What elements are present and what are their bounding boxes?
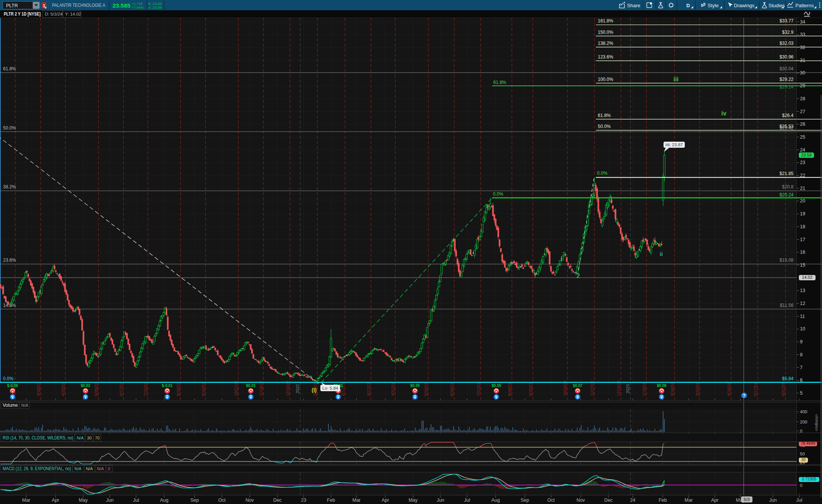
- svg-text:28: 28: [800, 96, 805, 101]
- svg-text:Oct: Oct: [547, 498, 555, 503]
- svg-text:Aug: Aug: [160, 498, 168, 503]
- svg-text:Dec: Dec: [273, 498, 282, 503]
- svg-text:Hi: 23.87: Hi: 23.87: [665, 142, 683, 147]
- svg-text:24: 24: [630, 498, 635, 503]
- svg-text:30: 30: [800, 70, 805, 76]
- svg-text:33: 33: [800, 32, 805, 37]
- svg-text:61.8%: 61.8%: [493, 80, 506, 85]
- svg-text:23.6%: 23.6%: [3, 258, 16, 263]
- svg-text:Aug: Aug: [491, 498, 500, 503]
- svg-text:100.0%: 100.0%: [598, 77, 613, 82]
- svg-text:D: D: [686, 3, 690, 8]
- svg-text:$11.56: $11.56: [780, 303, 793, 308]
- svg-text:6: 6: [800, 378, 803, 383]
- svg-text:1/19/24: 1/19/24: [642, 383, 646, 396]
- svg-text:$29.22: $29.22: [779, 77, 793, 82]
- svg-text:7: 7: [800, 365, 803, 370]
- svg-text:Lo: 5.84: Lo: 5.84: [322, 386, 338, 390]
- svg-text:150.0%: 150.0%: [598, 30, 613, 35]
- svg-text:May: May: [79, 498, 88, 503]
- svg-text:31: 31: [800, 58, 805, 63]
- svg-text:9/16/22: 9/16/22: [201, 383, 206, 396]
- svg-text:10: 10: [800, 326, 805, 332]
- svg-text:Apr: Apr: [711, 498, 718, 503]
- svg-text:16: 16: [800, 250, 805, 255]
- svg-text:Y: 14.02: Y: 14.02: [65, 12, 81, 16]
- svg-text:6/21/24: 6/21/24: [781, 383, 786, 396]
- svg-text:PALANTIR TECHNOLOGIE A: PALANTIR TECHNOLOGIE A: [52, 3, 105, 8]
- svg-text:123.6%: 123.6%: [598, 54, 613, 60]
- svg-text:26: 26: [800, 122, 805, 127]
- svg-text:Volume: Volume: [3, 403, 18, 408]
- svg-text:9/15/23: 9/15/23: [528, 383, 533, 396]
- svg-text:12/16/22: 12/16/22: [285, 381, 290, 396]
- svg-text:34: 34: [800, 19, 805, 25]
- svg-text:0.0%: 0.0%: [597, 171, 608, 176]
- svg-text:PLTR 2 Y 1D [NYSE]: PLTR 2 Y 1D [NYSE]: [4, 11, 41, 17]
- svg-text:10/20/23: 10/20/23: [563, 381, 567, 396]
- svg-text:12/15/23: 12/15/23: [616, 381, 621, 396]
- svg-text:8/19/22: 8/19/22: [176, 383, 181, 396]
- svg-text:$20.8: $20.8: [782, 184, 793, 190]
- svg-text:Sep: Sep: [190, 498, 199, 503]
- svg-text:17: 17: [800, 237, 805, 242]
- svg-text:$30.04: $30.04: [779, 66, 793, 71]
- svg-text:0.0%: 0.0%: [493, 191, 504, 197]
- svg-text:6/17/22: 6/17/22: [119, 383, 124, 396]
- svg-text:11/17/23: 11/17/23: [590, 381, 594, 396]
- svg-text:200: 200: [800, 420, 807, 424]
- svg-text:N/A: N/A: [74, 466, 82, 471]
- svg-text:N/A: N/A: [86, 466, 93, 471]
- svg-text:$-0.08: $-0.08: [7, 384, 18, 388]
- svg-text:$20.24: $20.24: [779, 192, 793, 197]
- svg-text:?: ?: [743, 393, 745, 398]
- svg-text:23: 23: [800, 160, 805, 165]
- svg-text:May: May: [409, 498, 418, 503]
- svg-text:$0.07: $0.07: [573, 384, 582, 388]
- svg-text:38.2%: 38.2%: [3, 184, 16, 190]
- svg-text:15: 15: [800, 262, 805, 268]
- svg-text:3/17/23: 3/17/23: [366, 383, 371, 396]
- svg-text:13: 13: [800, 288, 805, 293]
- svg-text:Jun: Jun: [769, 498, 777, 503]
- svg-text:Jul: Jul: [464, 498, 470, 503]
- svg-text:19: 19: [800, 211, 805, 216]
- svg-text:PLTR: PLTR: [6, 3, 18, 8]
- svg-text:Mar: Mar: [684, 498, 693, 503]
- svg-text:20: 20: [800, 198, 805, 204]
- svg-text:$30.96: $30.96: [779, 54, 793, 60]
- svg-text:18: 18: [800, 224, 805, 229]
- svg-text:12: 12: [800, 301, 805, 306]
- svg-text:$25.53: $25.53: [779, 124, 793, 129]
- svg-text:161.8%: 161.8%: [598, 18, 613, 24]
- svg-text:27: 27: [800, 109, 805, 114]
- svg-text:5/3: 5/3: [744, 497, 750, 502]
- svg-text:A: 23.59: A: 23.59: [148, 5, 162, 9]
- svg-text:25: 25: [800, 134, 805, 140]
- svg-text:iv: iv: [721, 110, 726, 117]
- svg-text:1: 1: [43, 3, 45, 8]
- svg-text:9: 9: [800, 339, 803, 344]
- svg-text:50.0%: 50.0%: [3, 125, 16, 131]
- svg-text:3/18/22: 3/18/22: [36, 383, 41, 396]
- svg-text:Feb: Feb: [659, 498, 667, 503]
- svg-text:5/19/23: 5/19/23: [424, 383, 428, 396]
- svg-text:$15.08: $15.08: [779, 258, 793, 263]
- svg-text:Style: Style: [708, 3, 719, 8]
- svg-text:6/16/23: 6/16/23: [450, 383, 454, 396]
- svg-text:Apr: Apr: [382, 498, 389, 503]
- svg-text:$21.85: $21.85: [779, 171, 793, 176]
- svg-text:Apr: Apr: [52, 498, 59, 503]
- svg-text:Jun: Jun: [106, 498, 114, 503]
- svg-text:2023: 2023: [626, 384, 630, 393]
- svg-text:$0.05: $0.05: [410, 384, 420, 388]
- svg-text:Oct: Oct: [218, 498, 226, 503]
- svg-text:Sep: Sep: [521, 498, 529, 503]
- svg-text:$26.4: $26.4: [782, 113, 793, 118]
- svg-text:50: 50: [800, 452, 805, 456]
- svg-text:0.0%: 0.0%: [3, 376, 14, 381]
- svg-text:N/A: N/A: [21, 403, 29, 408]
- svg-text:23: 23: [301, 498, 306, 503]
- svg-text:30: 30: [87, 436, 92, 440]
- svg-text:14.02: 14.02: [802, 275, 812, 280]
